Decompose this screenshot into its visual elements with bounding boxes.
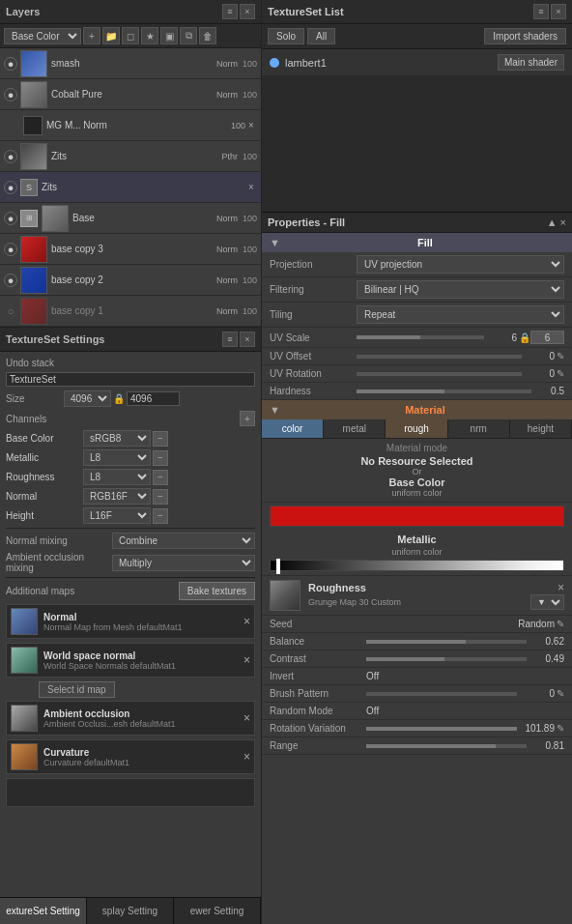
metallic-marker bbox=[276, 559, 280, 574]
tab-rough-label: rough bbox=[404, 423, 429, 434]
solo-button[interactable]: Solo bbox=[268, 28, 304, 44]
channel-format-height[interactable]: L16F bbox=[83, 507, 151, 524]
brush-pattern-slider[interactable] bbox=[366, 692, 517, 696]
size-select[interactable]: 4096 bbox=[64, 390, 111, 407]
layer-visibility[interactable]: ● bbox=[4, 181, 17, 194]
brush-pattern-edit-icon[interactable]: ✎ bbox=[557, 688, 564, 699]
map-close-world-normal[interactable]: × bbox=[243, 653, 250, 667]
seed-edit-icon[interactable]: ✎ bbox=[557, 619, 564, 629]
tab-textureset-settings[interactable]: extureSet Setting bbox=[0, 898, 87, 924]
uv-rotation-slider[interactable] bbox=[357, 372, 522, 376]
layer-item[interactable]: ● Cobalt Pure Norm 100 bbox=[0, 79, 261, 110]
channel-format-normal[interactable]: RGB16F bbox=[83, 488, 151, 505]
range-slider[interactable] bbox=[366, 744, 527, 748]
layer-visibility[interactable]: ● bbox=[4, 274, 17, 287]
uv-offset-slider[interactable] bbox=[357, 355, 522, 359]
contrast-slider[interactable] bbox=[366, 657, 527, 661]
layer-item[interactable]: ● S Zits × bbox=[0, 172, 261, 203]
layer-item[interactable]: MG M... Norm 100 × bbox=[0, 110, 261, 141]
channel-format-roughness[interactable]: L8 bbox=[83, 469, 151, 485]
textureset-name-input[interactable] bbox=[6, 372, 255, 387]
layer-type-icon: ⊞ bbox=[20, 210, 38, 227]
map-close-ao[interactable]: × bbox=[243, 711, 250, 725]
layer-item[interactable]: ● Zits Pthr 100 bbox=[0, 141, 261, 172]
layer-item[interactable]: ● base copy 3 Norm 100 bbox=[0, 234, 261, 265]
channel-remove-base-color[interactable]: − bbox=[153, 431, 168, 447]
main-shader-button[interactable]: Main shader bbox=[498, 54, 564, 71]
tab-rough[interactable]: rough bbox=[386, 419, 447, 438]
layers-menu-icon[interactable]: ≡ bbox=[222, 4, 238, 19]
projection-select[interactable]: UV projection bbox=[357, 255, 564, 274]
ts-list-menu-icon[interactable]: ≡ bbox=[533, 4, 549, 19]
layer-remove-icon[interactable]: × bbox=[245, 182, 257, 192]
ts-settings-close-icon[interactable]: × bbox=[240, 332, 255, 347]
textureset-list-item[interactable]: lambert1 Main shader bbox=[262, 49, 572, 76]
layer-visibility[interactable]: ● bbox=[4, 88, 17, 101]
layer-visibility[interactable]: ● bbox=[4, 212, 17, 225]
properties-close-icon[interactable]: × bbox=[560, 217, 566, 228]
map-item-ao: Ambient occlusion Ambient Occlusi...esh … bbox=[6, 701, 255, 736]
layer-visibility[interactable]: ○ bbox=[4, 304, 17, 318]
layer-item[interactable]: ● ⊞ Base Norm 100 bbox=[0, 203, 261, 234]
roughness-dropdown[interactable]: ▼ bbox=[530, 594, 564, 610]
bake-textures-button[interactable]: Bake textures bbox=[179, 582, 255, 600]
roughness-close-icon[interactable]: × bbox=[558, 581, 564, 594]
layer-add-icon[interactable]: + bbox=[83, 27, 100, 44]
fill-chevron-icon[interactable]: ▼ bbox=[270, 237, 280, 248]
select-id-map-button[interactable]: Select id map bbox=[39, 681, 115, 698]
hardness-slider[interactable] bbox=[357, 390, 531, 393]
layer-del-icon[interactable]: 🗑 bbox=[199, 27, 216, 44]
channel-format-base-color[interactable]: sRGB8 bbox=[83, 430, 151, 447]
tab-nrm[interactable]: nrm bbox=[448, 419, 510, 438]
layer-remove-icon[interactable]: × bbox=[245, 120, 257, 130]
layer-item[interactable]: ● smash Norm 100 bbox=[0, 48, 261, 79]
uv-offset-edit-icon[interactable]: ✎ bbox=[557, 351, 564, 361]
ts-list-close-icon[interactable]: × bbox=[551, 4, 566, 19]
tab-color[interactable]: color bbox=[262, 419, 324, 438]
all-button[interactable]: All bbox=[307, 28, 335, 44]
add-channel-btn[interactable]: + bbox=[240, 411, 255, 426]
layer-mask-icon[interactable]: ◻ bbox=[122, 27, 139, 44]
layers-channel-dropdown[interactable]: Base Color bbox=[4, 28, 81, 44]
layer-folder-icon[interactable]: 📁 bbox=[102, 27, 120, 44]
channel-remove-metallic[interactable]: − bbox=[153, 450, 168, 466]
normal-mixing-select[interactable]: Combine bbox=[112, 533, 255, 549]
layer-visibility[interactable]: ● bbox=[4, 150, 17, 163]
tab-height[interactable]: height bbox=[510, 419, 572, 438]
ao-mixing-label: Ambient occlusion mixing bbox=[6, 552, 112, 573]
filtering-select[interactable]: Bilinear | HQ bbox=[357, 280, 564, 299]
uv-scale-slider[interactable] bbox=[357, 335, 484, 339]
map-close-curvature[interactable]: × bbox=[243, 750, 250, 764]
ao-mixing-select[interactable]: Multiply bbox=[112, 555, 255, 571]
map-close-normal[interactable]: × bbox=[243, 615, 250, 628]
tab-viewer-settings[interactable]: ewer Setting bbox=[174, 898, 261, 924]
tiling-select[interactable]: Repeat bbox=[357, 305, 564, 324]
ts-settings-menu-icon[interactable]: ≡ bbox=[222, 332, 238, 347]
channel-remove-normal[interactable]: − bbox=[153, 489, 168, 505]
layer-fill-icon[interactable]: ▣ bbox=[160, 27, 178, 44]
layers-close-icon[interactable]: × bbox=[240, 4, 255, 19]
tab-display-settings[interactable]: splay Setting bbox=[87, 898, 174, 924]
properties-chevron-up-icon[interactable]: ▲ bbox=[547, 217, 558, 228]
channel-format-metallic[interactable]: L8 bbox=[83, 449, 151, 466]
tab-metal[interactable]: metal bbox=[324, 419, 386, 438]
material-chevron-icon[interactable]: ▼ bbox=[270, 404, 280, 416]
layer-item[interactable]: ● base copy 2 Norm 100 bbox=[0, 265, 261, 296]
channel-remove-height[interactable]: − bbox=[153, 508, 168, 524]
uv-scale-lock-icon[interactable]: 🔒 bbox=[519, 332, 530, 343]
layer-item[interactable]: ○ base copy 1 Norm 100 bbox=[0, 296, 261, 327]
uv-rotation-edit-icon[interactable]: ✎ bbox=[557, 368, 564, 379]
channel-remove-roughness[interactable]: − bbox=[153, 470, 168, 485]
size-input-2[interactable] bbox=[127, 391, 180, 406]
rotation-variation-edit-icon[interactable]: ✎ bbox=[557, 723, 564, 734]
layer-effect-icon[interactable]: ★ bbox=[141, 27, 158, 44]
import-shaders-button[interactable]: Import shaders bbox=[484, 28, 566, 44]
uv-scale-input-right[interactable]: 6 bbox=[530, 331, 564, 344]
metallic-gradient[interactable] bbox=[270, 560, 564, 571]
balance-slider[interactable] bbox=[366, 640, 527, 644]
layer-visibility[interactable]: ● bbox=[4, 243, 17, 256]
layer-dup-icon[interactable]: ⧉ bbox=[180, 27, 197, 44]
rotation-variation-slider[interactable] bbox=[366, 727, 517, 731]
base-color-swatch[interactable] bbox=[270, 505, 564, 527]
layer-visibility[interactable]: ● bbox=[4, 57, 17, 71]
